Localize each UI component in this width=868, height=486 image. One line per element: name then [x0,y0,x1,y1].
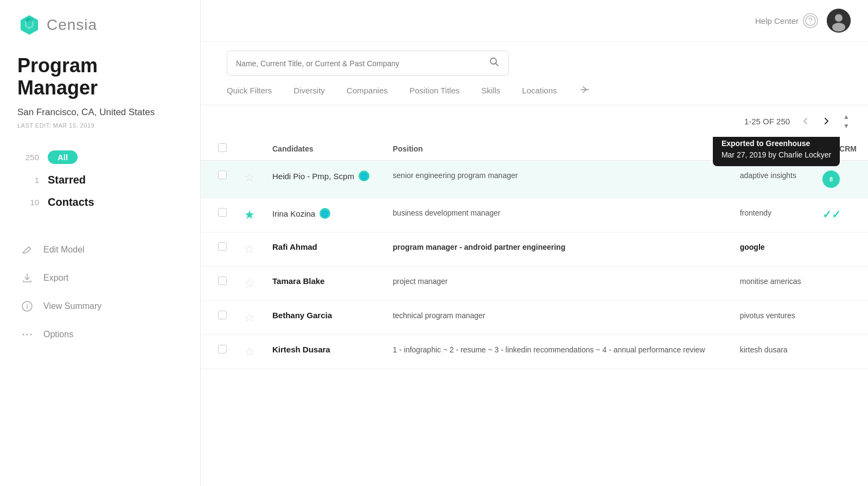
job-title: Program Manager [17,54,183,99]
next-page-button[interactable] [817,112,835,130]
candidate-name[interactable]: Bethany Garcia [272,311,375,320]
tab-position-titles[interactable]: Position Titles [410,86,460,104]
header-company: Company [731,137,814,161]
page-info: 1-25 OF 250 [744,117,790,126]
position-text: senior engineering program manager [393,171,518,180]
tab-locations[interactable]: Locations [522,86,557,104]
header-ats-crm: ATS/CRM [814,137,868,161]
export-icon: 8 [822,171,840,188]
prev-page-button[interactable] [796,112,815,130]
filter-label-starred: Starred [48,174,86,186]
svg-point-6 [23,333,24,335]
filter-count-contacts: 10 [20,198,39,207]
logo-text: Censia [47,16,97,34]
search-input[interactable] [236,59,484,68]
sort-up-button[interactable]: ▲ [842,112,851,121]
sidebar-actions: Edit Model Export View Summary [17,237,183,348]
globe-icon: 🌐 [359,171,369,181]
star-icon[interactable]: ☆ [244,171,255,184]
export-action[interactable]: Export [17,265,183,291]
help-center[interactable]: Help Center [755,13,818,28]
row-checkbox[interactable] [218,345,227,354]
user-avatar[interactable] [827,9,851,33]
position-text: project manager [393,277,448,286]
candidates-table: Candidates Position Company ATS/CRM ☆Hei… [201,137,868,369]
search-icon [489,56,500,70]
tab-diversity[interactable]: Diversity [293,86,325,104]
job-location: San Francisco, CA, United States [17,106,183,119]
more-filters-icon[interactable] [579,85,591,105]
logo-area: Censia [17,13,183,37]
sort-arrows: ▲ ▼ [842,112,851,130]
select-all-checkbox[interactable] [218,143,227,152]
topbar: Help Center [201,0,868,42]
position-text: 1 - infographic ~ 2 - resume ~ 3 - linke… [393,345,705,354]
candidate-name[interactable]: Kirtesh Dusara [272,345,375,354]
star-icon[interactable]: ☆ [244,311,255,324]
company-text: kirtesh dusara [740,345,788,354]
main-content: Help Center [201,0,868,486]
info-icon [20,299,35,314]
tab-quick-filters[interactable]: Quick Filters [227,86,272,104]
row-checkbox[interactable] [218,311,227,319]
star-icon[interactable]: ★ [244,208,255,222]
row-checkbox[interactable] [218,242,227,251]
star-icon[interactable]: ☆ [244,276,255,290]
last-edit: LAST EDIT: MAR 15, 2019 [17,122,183,129]
view-summary-label: View Summary [43,301,101,311]
company-text: pivotus ventures [740,311,795,320]
help-center-label: Help Center [755,16,799,26]
options-label: Options [43,330,73,339]
row-checkbox[interactable] [218,171,227,179]
svg-point-7 [27,333,28,335]
export-status[interactable]: 8 Exported to GreenhouseMar 27, 2019 by … [822,171,840,188]
company-text: google [740,243,765,251]
tab-skills[interactable]: Skills [481,86,500,104]
globe-icon: 🌐 [320,208,330,219]
table-row: ☆Rafi Ahmad program manager - android pa… [201,232,868,267]
pagination-row: 1-25 OF 250 ▲ ▼ [201,105,868,137]
header-candidates: Candidates [264,137,384,161]
filter-item-contacts[interactable]: 10 Contacts [17,192,183,213]
page-nav [796,112,835,130]
edit-model-action[interactable]: Edit Model [17,237,183,263]
svg-text:8: 8 [829,176,833,182]
position-text: program manager - android partner engine… [393,243,565,251]
star-icon[interactable]: ☆ [244,242,255,256]
company-text: adaptive insights [740,171,796,180]
row-checkbox[interactable] [218,208,227,217]
company-text: monitise americas [740,277,801,286]
table-row: ☆Bethany Garcia technical program manage… [201,301,868,335]
search-bar [227,51,509,76]
sidebar: Censia Program Manager San Francisco, CA… [0,0,201,486]
candidates-table-container: Candidates Position Company ATS/CRM ☆Hei… [201,137,868,486]
edit-model-label: Edit Model [43,245,85,255]
candidate-name[interactable]: Rafi Ahmad [272,242,375,251]
table-row: ☆Kirtesh Dusara 1 - infographic ~ 2 - re… [201,335,868,369]
candidate-name[interactable]: Heidi Pio - Pmp, Scpm 🌐 [272,171,375,181]
table-row: ★Irina Kozina 🌐business development mana… [201,198,868,232]
filter-tabs: Quick Filters Diversity Companies Positi… [201,76,868,105]
header-star-col [235,137,264,161]
table-row: ☆Tamara Blake project managermonitise am… [201,267,868,301]
svg-point-13 [832,23,845,31]
position-text: technical program manager [393,311,485,320]
sort-down-button[interactable]: ▼ [842,122,851,130]
filter-item-all[interactable]: 250 All [17,146,183,168]
tab-companies[interactable]: Companies [347,86,388,104]
svg-point-10 [810,23,811,24]
ellipsis-icon [20,327,35,342]
row-checkbox[interactable] [218,276,227,285]
filter-item-starred[interactable]: 1 Starred [17,169,183,191]
options-action[interactable]: Options [17,321,183,348]
candidate-name[interactable]: Irina Kozina 🌐 [272,208,375,219]
company-text: frontendy [740,209,771,217]
filter-list: 250 All 1 Starred 10 Contacts [17,146,183,213]
search-area [201,42,868,76]
download-icon [20,270,35,286]
view-summary-action[interactable]: View Summary [17,293,183,319]
candidate-name[interactable]: Tamara Blake [272,276,375,286]
svg-point-12 [835,14,843,22]
censia-logo-icon [17,13,41,37]
star-icon[interactable]: ☆ [244,345,255,358]
